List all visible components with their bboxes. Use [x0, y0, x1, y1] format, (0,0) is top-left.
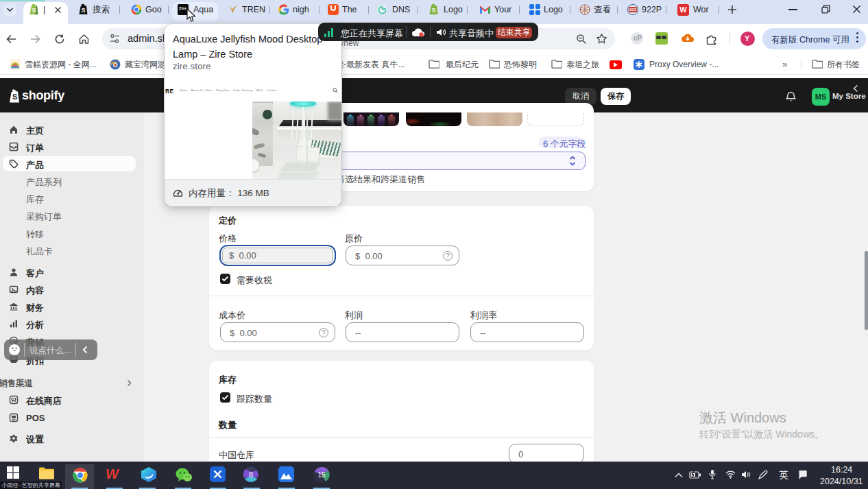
- svg-text:S: S: [82, 7, 86, 14]
- svg-text:8: 8: [249, 470, 253, 479]
- svg-text:S: S: [12, 93, 17, 101]
- svg-text:S: S: [432, 7, 436, 14]
- svg-text:S: S: [32, 7, 36, 14]
- svg-text:15: 15: [317, 471, 326, 479]
